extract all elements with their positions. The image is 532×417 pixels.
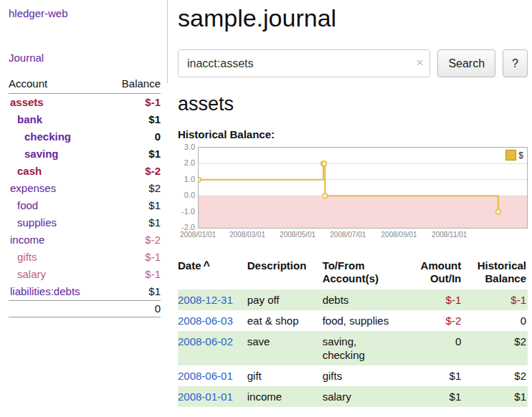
register-accounts-cell: salary <box>323 386 404 407</box>
register-balance-cell: 0 <box>464 310 528 331</box>
search-button[interactable]: Search <box>437 49 495 77</box>
account-row: food$1 <box>9 197 161 214</box>
account-name-cell: cash <box>9 163 107 180</box>
account-balance: $-1 <box>107 249 161 266</box>
transaction-date-link[interactable]: 2008-06-01 <box>178 370 233 382</box>
legend-swatch-icon <box>505 150 516 160</box>
register-header-balance: Historical Balance <box>464 258 528 289</box>
transaction-date-link[interactable]: 2008-01-01 <box>178 390 233 403</box>
account-name-cell: salary <box>9 266 107 283</box>
register-header-date-label: Date <box>178 259 201 272</box>
historical-balance-chart: 3.02.01.00.0-1.0-2.0 $ 2008/01/012008/03… <box>178 147 528 241</box>
account-link-liabilities-debts[interactable]: liabilities:debts <box>10 285 80 297</box>
account-link-assets[interactable]: assets <box>10 96 44 108</box>
transaction-date-link[interactable]: 2008-06-02 <box>178 335 233 348</box>
chart-title: Historical Balance: <box>178 128 528 140</box>
register-description-cell: income <box>247 386 323 407</box>
accounts-total-value: 0 <box>107 301 161 317</box>
account-row: gifts$-1 <box>9 249 161 266</box>
account-link-food[interactable]: food <box>17 199 38 211</box>
account-name-cell: saving <box>9 145 107 163</box>
account-link-gifts[interactable]: gifts <box>17 251 37 263</box>
chart-legend: $ <box>505 150 523 160</box>
register-description-cell: pay off <box>247 289 323 310</box>
accounts-header-balance: Balance <box>107 75 161 94</box>
account-row: liabilities:debts$1 <box>9 283 161 301</box>
accounts-header-account: Account <box>9 75 107 94</box>
help-button[interactable]: ? <box>503 49 528 77</box>
register-balance-cell: $-1 <box>464 289 528 310</box>
register-header-date[interactable]: Date^ <box>178 258 247 289</box>
account-balance: $1 <box>107 197 161 214</box>
account-link-bank[interactable]: bank <box>17 113 42 125</box>
y-tick-label: 1.0 <box>184 176 195 183</box>
account-link-supplies[interactable]: supplies <box>17 216 57 229</box>
register-accounts-cell: gifts <box>323 365 404 386</box>
account-link-salary[interactable]: salary <box>17 268 46 280</box>
account-balance: $-1 <box>107 266 161 283</box>
account-balance: $1 <box>107 283 161 301</box>
account-balance: $1 <box>107 145 161 163</box>
x-tick-label: 2008/09/01 <box>381 231 417 239</box>
legend-label: $ <box>518 150 523 160</box>
account-name-cell: food <box>9 197 107 214</box>
account-link-expenses[interactable]: expenses <box>10 182 56 194</box>
register-row: 2008-06-02savesaving, checking0$2 <box>178 331 528 365</box>
register-header-description: Description <box>247 258 323 289</box>
account-row: salary$-1 <box>9 266 161 283</box>
account-name-cell: liabilities:debts <box>9 283 107 301</box>
chart-plot: $ <box>198 147 528 229</box>
clear-search-icon[interactable]: × <box>416 57 423 69</box>
y-tick-label: 0.0 <box>184 191 195 199</box>
register-description-cell: eat & shop <box>247 310 323 331</box>
x-tick-label: 2008/01/01 <box>180 231 216 239</box>
register-date-cell: 2008-06-02 <box>178 331 247 365</box>
account-link-saving[interactable]: saving <box>24 148 59 160</box>
register-row: 2008-06-01giftgifts$1$2 <box>178 365 528 386</box>
sidebar-item-journal[interactable]: Journal <box>9 52 168 64</box>
account-link-cash[interactable]: cash <box>17 165 42 177</box>
x-tick-label: 2008/05/01 <box>280 231 315 239</box>
y-tick-label: 3.0 <box>184 143 195 151</box>
register-amount-cell: $-1 <box>404 289 465 310</box>
account-row: saving$1 <box>9 145 161 163</box>
register-amount-cell: 0 <box>404 331 465 365</box>
search-input[interactable] <box>178 49 430 77</box>
account-row: expenses$2 <box>9 180 161 197</box>
transaction-date-link[interactable]: 2008-06-03 <box>178 315 233 327</box>
x-tick-label: 2008/07/01 <box>330 231 366 239</box>
account-link-checking[interactable]: checking <box>24 130 71 143</box>
account-balance: $1 <box>107 214 161 231</box>
chart-y-axis: 3.02.01.00.0-1.0-2.0 <box>178 147 198 241</box>
y-tick-label: 2.0 <box>184 159 195 167</box>
account-row: supplies$1 <box>9 214 161 231</box>
account-name-cell: gifts <box>9 249 107 266</box>
account-link-income[interactable]: income <box>10 234 44 246</box>
accounts-total-spacer <box>9 301 107 317</box>
y-tick-label: -1.0 <box>181 208 195 216</box>
register-balance-cell: $2 <box>464 331 528 365</box>
account-row: assets$-1 <box>9 94 161 112</box>
register-balance-cell: $1 <box>464 386 528 407</box>
register-table: Date^ Description To/From Account(s) Amo… <box>178 258 528 407</box>
account-name-cell: bank <box>9 111 107 128</box>
account-name-cell: income <box>9 231 107 249</box>
account-name-cell: expenses <box>9 180 107 197</box>
chart-plot-column: $ 2008/01/012008/03/012008/05/012008/07/… <box>198 147 528 241</box>
account-balance: 0 <box>107 128 161 145</box>
register-amount-cell: $-2 <box>404 310 465 331</box>
account-row: cash$-2 <box>9 163 161 180</box>
accounts-total-row: 0 <box>9 301 161 317</box>
register-date-cell: 2008-12-31 <box>178 289 247 310</box>
brand-link[interactable]: hledger-web <box>9 7 168 19</box>
transaction-date-link[interactable]: 2008-12-31 <box>178 294 233 306</box>
register-accounts-cell: saving, checking <box>323 331 404 365</box>
chart-canvas <box>199 148 527 228</box>
search-bar: × Search ? <box>178 49 528 77</box>
register-description-cell: gift <box>247 365 323 386</box>
sort-asc-icon: ^ <box>204 259 210 272</box>
register-date-cell: 2008-06-03 <box>178 310 247 331</box>
register-date-cell: 2008-01-01 <box>178 386 247 407</box>
sidebar: hledger-web Journal Account Balance asse… <box>0 0 168 317</box>
accounts-table: Account Balance assets$-1bank$1checking0… <box>9 75 161 317</box>
